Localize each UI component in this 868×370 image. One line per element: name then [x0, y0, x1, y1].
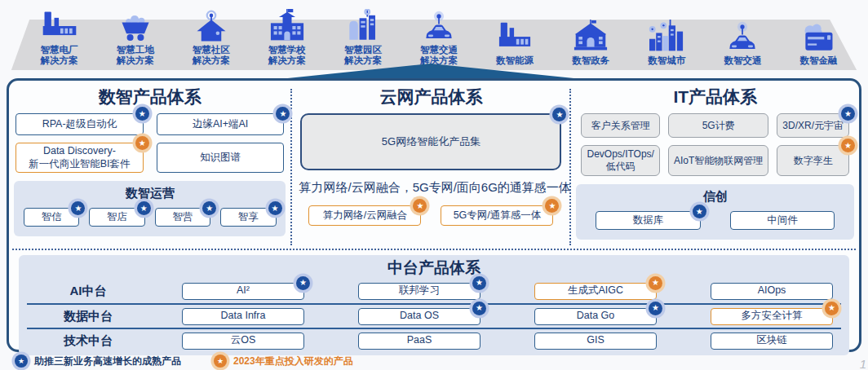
product-box: 知识图谱 — [157, 143, 285, 173]
box-label-line: AI² — [237, 284, 250, 297]
solution-item: 数智金融 — [781, 2, 857, 72]
orange-star-icon: ★ — [825, 302, 839, 315]
car-icon — [725, 11, 760, 54]
section-cloud-network-products: 云网产品体系 5G网络智能化产品集★ 算力网络/云网融合，5G专网/面向6G的通… — [292, 84, 569, 249]
platform-row-boxes: 云OSPaaSGIS区块链 — [149, 333, 841, 350]
energy-plant-icon — [496, 11, 534, 54]
box-label-line: GIS — [587, 334, 604, 346]
cloud-product-grid: 算力网络/云网融合★5G专网/通算感一体★ — [297, 205, 565, 226]
product-box: 客户关系管理 — [581, 113, 659, 138]
box-label-line: 中间件 — [767, 214, 798, 227]
product-box: PaaS — [358, 333, 480, 350]
box-label-line: 5G专网/通算感一体 — [454, 209, 542, 222]
subpanel-digital-ops: 数智运营 智信★智店★智营★智享★ — [14, 181, 286, 236]
section-platform-products: 中台产品体系 AI中台AI²★联邦学习★生成式AIGC★AIOps数据中台Dat… — [19, 255, 849, 355]
platform-row: 技术中台云OSPaaSGIS区块链 — [27, 328, 841, 352]
solution-item: 智慧交通解决方案 — [401, 2, 476, 72]
product-box: 5G专网/通算感一体★ — [441, 205, 553, 226]
xinchuang-grid: 数据库★中间件 — [582, 211, 848, 230]
platform-section-title: 中台产品体系 — [27, 258, 841, 277]
blue-star-icon: ★ — [841, 107, 855, 121]
product-box: Data OS★ — [358, 308, 480, 325]
solution-label-line: 数智城市 — [648, 55, 685, 67]
orange-star-icon: ★ — [413, 199, 427, 213]
solution-label: 数智能源 — [496, 55, 534, 67]
product-box: 5G网络智能化产品集★ — [300, 113, 561, 170]
box-label-line: AIOps — [758, 284, 786, 297]
box-label-line: 5G网络智能化产品集 — [382, 135, 480, 148]
blue-star-icon: ★ — [137, 201, 151, 215]
blue-star-icon: ★ — [268, 201, 282, 215]
solution-item: 智慧社区解决方案 — [173, 2, 249, 72]
horizontal-divider — [12, 249, 856, 250]
box-label-line: 数据库 — [633, 214, 664, 227]
solution-label: 数智政务 — [572, 55, 609, 67]
box-label-line: 边缘AI+端AI — [193, 118, 248, 130]
box-label-line: AIoT智能物联网管理 — [674, 155, 763, 167]
blue-star-icon: ★ — [135, 107, 149, 121]
solution-label: 智慧电厂解决方案 — [41, 45, 78, 67]
cloud-section-title: 云网产品体系 — [297, 87, 565, 107]
box-label-line: 区块链 — [756, 334, 787, 346]
school-icon — [268, 2, 307, 43]
solution-label-line: 智慧交通 — [420, 45, 458, 56]
solution-label-line: 解决方案 — [193, 55, 230, 67]
box-label-line: 智信 — [42, 211, 62, 223]
product-box: 智营★ — [155, 208, 210, 227]
orange-star-icon: ★ — [841, 139, 855, 152]
box-label-line: 智店 — [107, 211, 127, 223]
cloud-big-box-wrap: 5G网络智能化产品集★ — [300, 113, 561, 170]
platform-row: 数据中台Data InfraData OS★Data Go★多方安全计算★ — [27, 303, 841, 328]
platform-rows: AI中台AI²★联邦学习★生成式AIGC★AIOps数据中台Data Infra… — [27, 279, 841, 352]
blue-star-icon: ★ — [693, 205, 706, 218]
box-label-line: 客户关系管理 — [591, 120, 650, 132]
box-label-line: 数字孪生 — [794, 155, 833, 167]
box-label-line: 云OS — [231, 334, 256, 346]
solution-label-line: 数智交通 — [724, 55, 761, 67]
box-label-line: Data OS — [400, 310, 439, 322]
product-box: AI²★ — [182, 283, 304, 300]
orange-star-icon: ★ — [214, 355, 227, 368]
government-icon — [571, 11, 610, 54]
product-box: 数据库★ — [596, 211, 700, 230]
solution-item: 智慧工地解决方案 — [97, 2, 173, 72]
subpanel-xinchuang: 信创 数据库★中间件 — [576, 184, 854, 240]
platform-row-boxes: AI²★联邦学习★生成式AIGC★AIOps — [149, 283, 841, 300]
product-box: Data Go★ — [534, 308, 657, 325]
box-label-line: 生成式AIGC — [568, 284, 623, 297]
solution-item: 智慧园区解决方案 — [325, 2, 401, 72]
solution-label: 智慧学校解决方案 — [268, 45, 306, 67]
product-box: 多方安全计算★ — [711, 308, 833, 325]
solution-item: 智慧学校解决方案 — [249, 2, 325, 72]
digital-ops-title: 数智运营 — [20, 186, 279, 201]
solution-label-line: 智慧工地 — [117, 45, 154, 56]
product-box: 3D/XR/元宇宙★ — [777, 113, 849, 138]
box-label-line: PaaS — [407, 334, 432, 346]
digital-product-grid: RPA-超级自动化★边缘AI+端AI★Data Discovery-新一代商业智… — [14, 113, 286, 173]
blue-star-icon: ★ — [71, 201, 85, 215]
section-it-products: IT产品体系 客户关系管理5G计费3D/XR/元宇宙★DevOps/ITOps/… — [571, 84, 859, 249]
box-label-line: 算力网络/云网融合 — [323, 209, 407, 222]
solutions-row: 智慧电厂解决方案智慧工地解决方案智慧社区解决方案智慧学校解决方案智慧园区解决方案… — [21, 2, 857, 72]
product-box: Data Discovery-新一代商业智能BI套件★ — [16, 143, 144, 173]
solution-item: 数智交通 — [705, 2, 781, 72]
product-box: DevOps/ITOps/低代码 — [581, 145, 659, 176]
solution-label: 数智城市 — [648, 55, 685, 67]
product-systems-panel: 数智产品体系 RPA-超级自动化★边缘AI+端AI★Data Discovery… — [7, 78, 861, 352]
product-box: 生成式AIGC★ — [534, 283, 657, 300]
product-box: 智信★ — [24, 208, 79, 227]
platform-row: AI中台AI²★联邦学习★生成式AIGC★AIOps — [27, 279, 841, 303]
legend-blue-text: 助推三新业务高速增长的成熟产品 — [34, 355, 181, 368]
product-box: 中间件 — [730, 211, 835, 230]
blue-star-icon: ★ — [202, 201, 216, 215]
product-box: AIOps — [711, 283, 833, 300]
legend: ★ 助推三新业务高速增长的成熟产品 ★ 2023年重点投入研发的产品 — [15, 353, 353, 369]
platform-row-label: AI中台 — [27, 284, 149, 299]
solution-label-line: 智慧园区 — [344, 45, 382, 56]
product-box: 云OS — [182, 333, 304, 350]
bank-card-icon — [799, 11, 837, 54]
platform-row-label: 技术中台 — [27, 333, 149, 349]
legend-orange-text: 2023年重点投入研发的产品 — [233, 355, 353, 368]
blue-star-icon: ★ — [276, 107, 290, 121]
solution-label: 智慧交通解决方案 — [420, 45, 458, 67]
